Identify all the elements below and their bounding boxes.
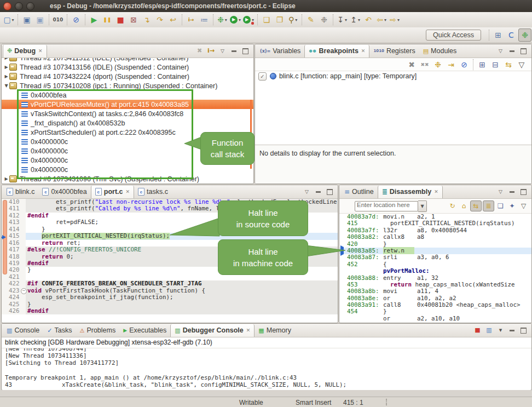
dropdown-arrow-icon[interactable]: ▾ [12,18,14,22]
external-tools-icon[interactable]: ▶▾ [242,14,255,26]
step-over-icon[interactable]: ↷ [154,14,166,26]
expander-icon[interactable]: ▶ [3,74,9,79]
maximize-icon[interactable] [325,187,335,197]
tab-tasks-c[interactable]: ctasks.c [134,186,172,198]
thread-row[interactable]: ▼Thread #5 1073410208 (ipc1 : Running) (… [2,81,253,90]
minimize-icon[interactable] [507,46,517,56]
view-menu-icon[interactable]: ▽ [302,187,312,197]
close-icon[interactable]: ✕ [361,48,366,54]
location-input[interactable]: Enter location here [355,201,418,211]
use-step-filters-icon[interactable]: ≔ [198,14,210,26]
show-breakpoints-supported-icon[interactable]: ❉ [432,59,444,71]
remove-selected-breakpoints-icon[interactable]: ✖ [406,59,418,71]
terminate-icon[interactable]: ■ [472,325,483,335]
disassembly-listing[interactable]: 40083a7d:movi.na2, 1415 portEXIT_CRITICA… [339,214,531,322]
instruction-stepping-mode-icon[interactable]: i→ [206,46,216,56]
window-maximize-button[interactable] [26,2,34,10]
view-menu-icon[interactable]: ▽ [516,59,528,71]
view-menu-icon[interactable]: ▽ [495,187,506,197]
new-wizard-icon[interactable]: ▢▾ [3,14,15,26]
thread-row[interactable]: ▶Thread #3 1073413156 (IDLE) (Suspended … [2,62,253,72]
resume-icon[interactable]: ▶ [88,14,100,26]
cpp-perspective-icon[interactable]: C [505,29,517,41]
quick-access-button[interactable]: Quick Access [426,30,481,41]
fold-marker-icon[interactable]: – [21,288,27,294]
minimize-icon[interactable] [507,325,517,335]
instruction-stepping-icon[interactable]: i→ [185,14,197,26]
expand-all-icon[interactable]: ⊞ [476,59,488,71]
disasm-instruction-line[interactable]: 40083a87:srlia3, a0, 6 [339,254,531,261]
step-into-icon[interactable]: ↴ [141,14,153,26]
console-output[interactable]: [New Thread 1073468744][New Thread 10734… [2,348,531,391]
terminate-icon[interactable]: ■ [114,14,126,26]
refresh-icon[interactable]: ↻ [447,201,458,211]
search-icon[interactable]: ⚲▾ [287,14,299,26]
skip-all-breakpoints-icon[interactable]: ⊘ [458,59,470,71]
dropdown-arrow-icon[interactable]: ▾ [239,18,241,22]
run-icon[interactable]: ▶▾ [229,14,241,26]
view-menu-icon[interactable]: ▽ [217,46,228,56]
show-source-icon[interactable]: ≣ [483,200,494,211]
tab-port-c[interactable]: cport.c✕ [91,186,134,198]
disasm-source-line[interactable]: 452{ [339,261,531,268]
close-icon[interactable]: ✕ [38,48,43,54]
minimize-icon[interactable] [507,187,517,197]
display-selected-console-icon[interactable]: ▥ [484,325,494,335]
window-minimize-button[interactable] [15,2,23,10]
previous-annotation-icon[interactable]: ↥▾ [349,14,361,26]
stack-frame-row[interactable]: 0x4000000c [2,165,253,174]
close-icon[interactable]: ✕ [434,189,438,194]
maximize-icon[interactable] [518,187,529,197]
dropdown-arrow-icon[interactable]: ▾ [358,18,360,22]
remove-all-breakpoints-icon[interactable]: ✖✖ [419,59,431,71]
disasm-source-line[interactable]: 415 portEXIT_CRITICAL_NESTED(irqStatus) [339,220,531,227]
tab-registers[interactable]: 1010Registers [369,45,419,58]
home-icon[interactable]: ⌂ [459,201,469,211]
open-perspective-icon[interactable]: ⊞ [492,29,504,41]
tab-problems[interactable]: ⚠Problems [76,324,119,337]
disasm-instruction-line[interactable]: 40083a91:call80x40081b20 <heap_caps_mall… [339,302,531,308]
tab-breakpoints[interactable]: ●●Breakpoints✕ [304,45,369,58]
editor-line[interactable]: 426#endif [2,308,338,314]
stack-frame-row[interactable]: vTaskSwitchContext() at tasks.c:2,846 0x… [2,109,253,118]
view-menu-icon[interactable]: ▽ [518,201,529,211]
save-icon[interactable]: ▣ [21,14,33,26]
stack-frame-row[interactable]: vPortCPUReleaseMutex() at port.c:415 0x4… [2,100,253,109]
editor-line[interactable]: 423–void vPortFirstTaskHook(TaskFunction… [2,288,338,294]
tab-variables[interactable]: (x)=Variables [256,45,304,58]
editor-line[interactable]: 422#if CONFIG_FREERTOS_BREAK_ON_SCHEDULE… [2,280,338,287]
stack-frame-row[interactable]: _frxt_dispatch() at 0x4008532b [2,118,253,128]
disasm-instruction-line[interactable]: 40083a88:entrya1, 32 [339,275,531,282]
close-icon[interactable]: ✕ [126,189,130,194]
maximize-icon[interactable] [518,325,529,335]
dropdown-arrow-icon[interactable]: ▾ [345,18,347,22]
view-menu-icon[interactable]: ▽ [495,46,506,56]
expander-icon[interactable]: ▶ [3,65,9,70]
binary-content-icon[interactable]: 010 [52,14,64,26]
profile-icon[interactable]: ❉ [318,14,330,26]
maximize-icon[interactable] [240,46,251,56]
tab-executables[interactable]: ▶Executables [119,324,170,337]
last-edit-location-icon[interactable]: ↶ [362,14,374,26]
dropdown-arrow-icon[interactable]: ▾ [384,18,386,22]
close-icon[interactable]: ✕ [246,328,251,333]
maximize-icon[interactable] [518,46,529,56]
forward-icon[interactable]: ⇨▾ [389,14,401,26]
open-new-view-icon[interactable]: ❏ [495,201,506,211]
link-with-debug-view-icon[interactable]: ⇆ [502,59,514,71]
expander-icon[interactable]: ▶ [3,58,9,60]
tab-tasks[interactable]: ✓Tasks [43,324,76,337]
disconnect-icon[interactable]: ⊠ [128,14,140,26]
disasm-instruction-line[interactable]: 40083a82:callx8a8 [339,234,531,240]
suspend-icon[interactable]: ❚❚ [101,14,113,26]
expander-icon[interactable]: ▼ [3,83,9,88]
breakpoint-row[interactable]: ✓blink.c [function: app_main] [type: Tem… [255,71,531,81]
step-return-icon[interactable]: ↩ [167,14,179,26]
debug-icon[interactable]: ❉▾ [216,14,228,26]
sync-active-context-icon[interactable]: ⇆ [470,200,482,211]
tab-outline[interactable]: ≡Outline [340,186,378,198]
save-all-icon[interactable]: ▣ [34,14,46,26]
disasm-source-line[interactable]: 454} [339,308,531,315]
dropdown-arrow-icon[interactable]: ▾ [397,18,400,22]
tab-debug[interactable]: ❉ Debug ✕ [3,45,47,58]
